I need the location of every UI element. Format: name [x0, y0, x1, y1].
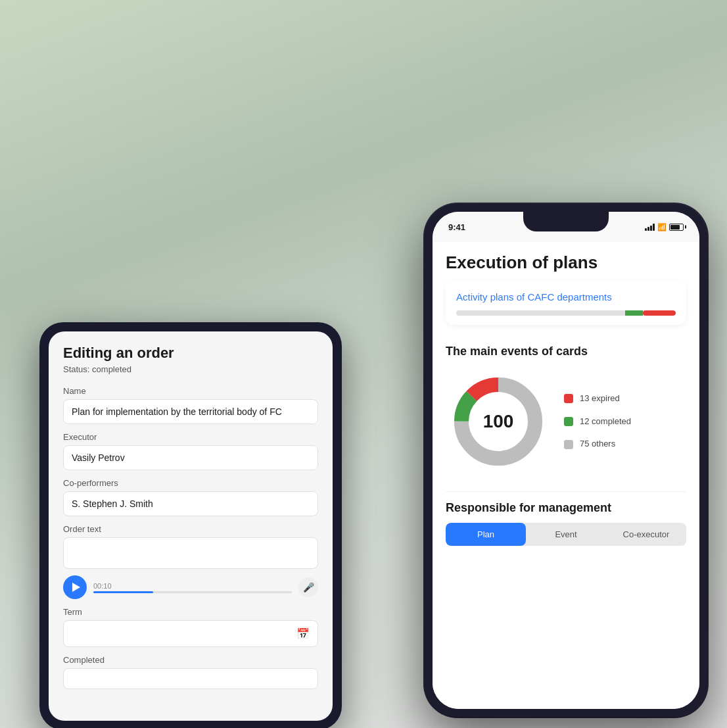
term-label: Term	[63, 607, 318, 617]
name-input[interactable]: Plan for implementation by the territori…	[63, 399, 318, 424]
tab-event[interactable]: Event	[526, 523, 606, 546]
iphone: 9:41 📶 Execution of plans Activity plans	[425, 204, 707, 717]
events-title: The main events of cards	[446, 345, 686, 358]
android-title: Editing an order	[63, 345, 318, 362]
legend-label-others: 75 others	[580, 439, 615, 450]
tab-plan[interactable]: Plan	[446, 523, 526, 546]
battery-icon	[669, 224, 684, 231]
executor-label: Executor	[63, 432, 318, 442]
plan-card: Activity plans of CAFC departments	[446, 281, 686, 325]
plan-card-title: Activity plans of CAFC departments	[456, 290, 676, 304]
legend: 13 expired 12 completed 75 others	[564, 393, 631, 450]
term-input[interactable]: 📅	[63, 620, 318, 647]
play-icon	[72, 583, 80, 592]
progress-bar-green	[625, 310, 643, 316]
iphone-content: Execution of plans Activity plans of CAF…	[433, 242, 699, 709]
legend-label-expired: 13 expired	[580, 393, 620, 404]
legend-dot-others	[564, 440, 573, 449]
co-performers-label: Co-performers	[63, 478, 318, 488]
progress-bar	[456, 310, 676, 316]
status-bar: 9:41 📶	[433, 212, 699, 242]
legend-dot-completed	[564, 417, 573, 426]
play-button[interactable]	[63, 575, 87, 599]
legend-label-completed: 12 completed	[580, 416, 631, 427]
android-phone: Editing an order Status: completed Name …	[39, 322, 342, 728]
donut-chart: 100	[446, 369, 551, 474]
name-label: Name	[63, 386, 318, 396]
android-status: Status: completed	[63, 364, 318, 374]
legend-item-completed: 12 completed	[564, 416, 631, 427]
responsible-title: Responsible for management	[446, 501, 686, 515]
order-text-input[interactable]	[63, 537, 318, 569]
co-performers-input[interactable]: S. Stephen J. Smith	[63, 491, 318, 516]
responsible-section: Responsible for management Plan Event Co…	[446, 491, 686, 546]
audio-bar-fill	[93, 591, 153, 593]
tab-co-executor[interactable]: Co-executor	[606, 523, 686, 546]
status-icons: 📶	[645, 223, 684, 231]
audio-bar	[93, 591, 292, 593]
notch	[523, 212, 609, 231]
events-section: The main events of cards	[446, 334, 686, 491]
legend-item-expired: 13 expired	[564, 393, 631, 404]
completed-input[interactable]	[63, 668, 318, 689]
tab-row: Plan Event Co-executor	[446, 523, 686, 546]
page-title: Execution of plans	[446, 242, 686, 281]
android-screen: Editing an order Status: completed Name …	[49, 331, 333, 721]
audio-time: 00:10	[93, 582, 292, 590]
status-time: 9:41	[448, 222, 465, 232]
iphone-screen: 9:41 📶 Execution of plans Activity plans	[433, 212, 699, 709]
executor-input[interactable]: Vasily Petrov	[63, 445, 318, 470]
legend-item-others: 75 others	[564, 439, 631, 450]
calendar-icon: 📅	[296, 627, 310, 640]
donut-area: 100 13 expired 12 completed	[446, 369, 686, 474]
mic-button[interactable]: 🎤	[298, 577, 318, 597]
progress-bar-fill	[643, 310, 676, 316]
order-text-label: Order text	[63, 524, 318, 534]
audio-player: 00:10 🎤	[63, 575, 318, 599]
wifi-icon: 📶	[657, 223, 667, 231]
donut-center: 100	[483, 411, 514, 432]
legend-dot-expired	[564, 394, 573, 403]
signal-icon	[645, 223, 655, 231]
completed-label: Completed	[63, 655, 318, 665]
audio-progress: 00:10	[93, 582, 292, 593]
